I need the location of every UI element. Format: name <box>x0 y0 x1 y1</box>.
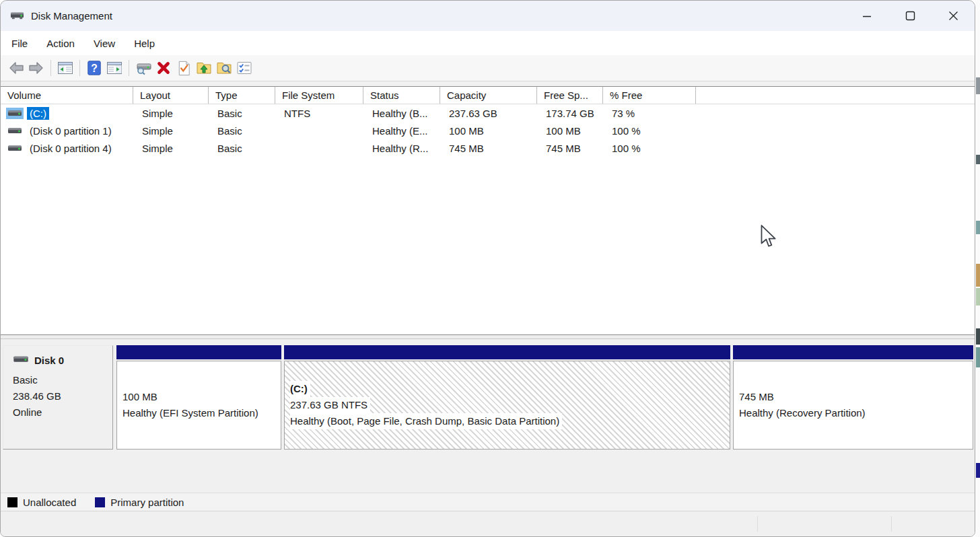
file-system-cell: NTFS <box>275 108 363 119</box>
delete-volume-icon <box>155 60 172 76</box>
column-header-volume[interactable]: Volume <box>1 87 133 104</box>
partition-status: Healthy (EFI System Partition) <box>123 405 281 421</box>
partition-header-bar <box>116 345 281 359</box>
volume-name: (Disk 0 partition 1) <box>27 124 114 137</box>
column-header-file-system[interactable]: File System <box>275 87 363 104</box>
partition-body: 100 MB Healthy (EFI System Partition) <box>116 361 281 450</box>
percent-free-cell: 73 % <box>603 108 696 119</box>
legend-item-primary-partition: Primary partition <box>95 497 184 508</box>
volume-disk-icon <box>6 143 24 154</box>
column-header-type[interactable]: Type <box>209 87 275 104</box>
column-header-capacity[interactable]: Capacity <box>440 87 537 104</box>
disk-0-row: Disk 0 Basic 238.46 GB Online 100 MB Hea… <box>3 345 973 450</box>
toolbar-separator <box>79 60 80 76</box>
window-title: Disk Management <box>31 10 112 22</box>
volume-disk-icon <box>6 108 24 119</box>
type-cell: Basic <box>209 108 275 119</box>
statusbar <box>1 511 975 536</box>
table-row[interactable]: (Disk 0 partition 4) Simple Basic Health… <box>1 139 975 157</box>
unallocated-swatch <box>7 497 18 507</box>
show-action-pane-icon <box>106 59 123 77</box>
volume-cell: (Disk 0 partition 1) <box>1 124 133 137</box>
layout-cell: Simple <box>133 125 209 137</box>
partition-name: (C:) <box>290 381 310 397</box>
partition-header-bar <box>284 345 730 359</box>
disk-status: Online <box>13 404 112 421</box>
free-space-cell: 173.74 GB <box>537 108 603 119</box>
disk-size: 238.46 GB <box>13 388 112 404</box>
type-cell: Basic <box>209 125 275 137</box>
menu-file[interactable]: File <box>11 38 37 49</box>
back-button[interactable] <box>6 58 26 78</box>
table-row[interactable]: (Disk 0 partition 1) Simple Basic Health… <box>1 122 975 139</box>
folder-up-icon <box>195 59 213 77</box>
legend-item-unallocated: Unallocated <box>7 497 76 508</box>
partition-status: Healthy (Recovery Partition) <box>739 405 973 421</box>
close-button[interactable] <box>932 1 975 31</box>
app-icon <box>10 9 24 23</box>
partition-header-bar <box>733 345 973 359</box>
properties-list-button[interactable] <box>234 58 254 78</box>
show-console-tree-button[interactable] <box>55 58 75 78</box>
screen: Disk Management File Action View Help <box>0 0 980 537</box>
folder-explore-button[interactable] <box>214 58 234 78</box>
check-document-button[interactable] <box>174 58 194 78</box>
column-header-filler <box>696 87 975 104</box>
column-header-percent-free[interactable]: % Free <box>603 87 696 104</box>
background-window-sliver <box>975 0 980 537</box>
maximize-icon <box>905 11 915 21</box>
delete-volume-button[interactable] <box>153 58 174 78</box>
column-header-free-space[interactable]: Free Sp... <box>537 87 603 104</box>
type-cell: Basic <box>209 143 275 154</box>
partition-size: 745 MB <box>739 389 973 405</box>
partition-size: 100 MB <box>123 389 281 405</box>
forward-button[interactable] <box>26 58 46 78</box>
forward-icon <box>28 59 45 77</box>
back-icon <box>7 59 25 77</box>
menu-view[interactable]: View <box>84 38 125 49</box>
disk-0-label-box[interactable]: Disk 0 Basic 238.46 GB Online <box>3 345 113 450</box>
layout-cell: Simple <box>133 108 209 119</box>
disk-properties-button[interactable] <box>133 58 153 78</box>
volume-name: (C:) <box>27 107 49 120</box>
partition-body: (C:) 237.63 GB NTFS Healthy (Boot, Page … <box>284 361 730 450</box>
toolbar-gap <box>1 81 975 86</box>
free-space-cell: 745 MB <box>537 143 603 154</box>
disk-graph-pane: Disk 0 Basic 238.46 GB Online 100 MB Hea… <box>1 339 975 511</box>
free-space-cell: 100 MB <box>537 125 603 137</box>
help-icon: ? <box>86 60 102 76</box>
partition-recovery[interactable]: 745 MB Healthy (Recovery Partition) <box>733 345 973 450</box>
svg-text:?: ? <box>91 63 98 74</box>
disk-type: Basic <box>13 372 112 388</box>
partition-c-drive[interactable]: (C:) 237.63 GB NTFS Healthy (Boot, Page … <box>284 345 730 450</box>
toolbar-separator <box>50 60 51 76</box>
volume-list-pane: Volume Layout Type File System Status Ca… <box>1 86 975 335</box>
partition-status: Healthy (Boot, Page File, Crash Dump, Ba… <box>290 413 562 429</box>
statusbar-divider <box>891 516 892 532</box>
menu-help[interactable]: Help <box>125 38 164 49</box>
partitions-strip: 100 MB Healthy (EFI System Partition) (C… <box>116 345 973 450</box>
legend-label: Unallocated <box>23 497 76 508</box>
capacity-cell: 100 MB <box>440 125 537 137</box>
folder-explore-icon <box>215 59 233 77</box>
volume-name: (Disk 0 partition 4) <box>27 142 114 155</box>
close-icon <box>948 11 958 21</box>
partition-efi-system[interactable]: 100 MB Healthy (EFI System Partition) <box>116 345 281 450</box>
toolbar-separator <box>129 60 129 76</box>
minimize-icon <box>862 11 872 21</box>
help-button[interactable]: ? <box>84 58 104 78</box>
column-header-status[interactable]: Status <box>363 87 440 104</box>
column-header-layout[interactable]: Layout <box>133 87 209 104</box>
partition-size: 237.63 GB NTFS <box>290 397 370 413</box>
menu-action[interactable]: Action <box>37 38 84 49</box>
capacity-cell: 745 MB <box>440 143 537 154</box>
menubar: File Action View Help <box>1 31 975 55</box>
show-action-pane-button[interactable] <box>104 58 125 78</box>
table-row[interactable]: (C:) Simple Basic NTFS Healthy (B... 237… <box>1 104 975 122</box>
minimize-button[interactable] <box>845 1 888 31</box>
maximize-button[interactable] <box>888 1 932 31</box>
layout-cell: Simple <box>133 143 209 154</box>
folder-up-button[interactable] <box>194 58 214 78</box>
volume-disk-icon <box>6 125 24 137</box>
primary-partition-swatch <box>95 497 105 507</box>
